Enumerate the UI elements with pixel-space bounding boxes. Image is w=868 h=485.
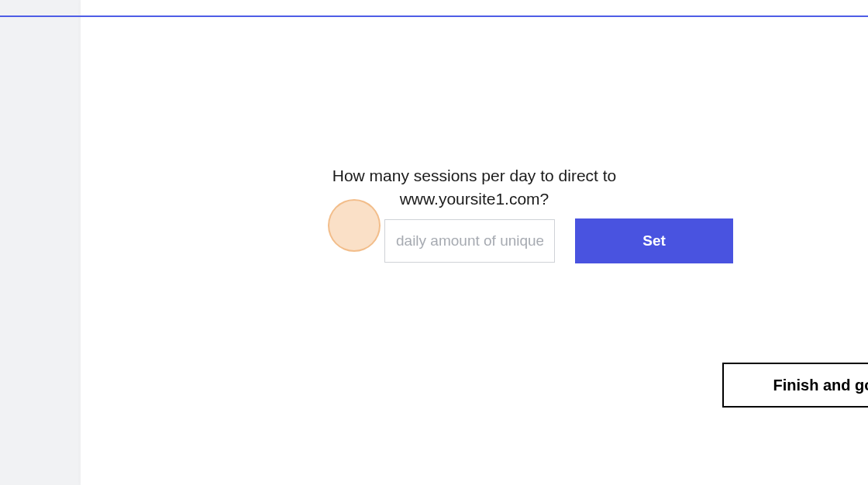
question-line-2: www.yoursite1.com?: [400, 190, 549, 208]
set-button[interactable]: Set: [575, 218, 733, 263]
question-text: How many sessions per day to direct to w…: [81, 164, 868, 212]
input-row: Set: [384, 219, 733, 263]
content-area: How many sessions per day to direct to w…: [81, 17, 868, 485]
question-line-1: How many sessions per day to direct to: [332, 167, 617, 184]
sessions-input[interactable]: [384, 219, 555, 263]
finish-button[interactable]: Finish and go live: [722, 363, 868, 408]
tab-underline: [0, 15, 868, 17]
